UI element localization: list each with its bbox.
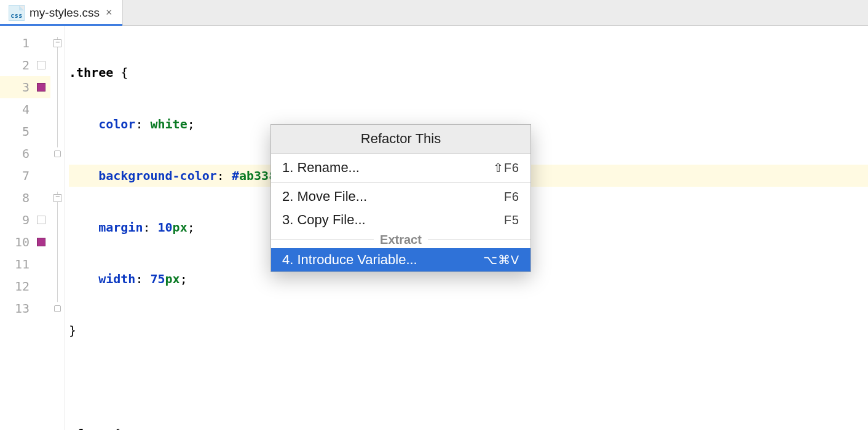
tab-bar: css my-styles.css ×: [0, 0, 868, 26]
editor-tab[interactable]: css my-styles.css ×: [0, 0, 123, 25]
fold-toggle-icon[interactable]: [53, 39, 61, 47]
css-file-icon-text: css: [10, 12, 23, 20]
gutter-line-number: 11: [15, 253, 30, 275]
color-swatch-icon[interactable]: [37, 83, 45, 92]
code-line: .four {: [69, 423, 868, 430]
gutter-line-number: 6: [15, 143, 30, 165]
popup-item-label: 1. Rename...: [282, 160, 360, 176]
gutter-line-number: 5: [15, 120, 30, 143]
color-swatch-icon[interactable]: [37, 238, 45, 246]
gutter-line-number: 8: [15, 187, 30, 209]
code-line: }: [69, 319, 868, 342]
gutter-line-number: 10: [15, 231, 30, 253]
popup-item-label: 2. Move File...: [282, 189, 367, 205]
popup-section-separator: Extract: [271, 232, 531, 248]
popup-item-introduce-variable[interactable]: 4. Introduce Variable... ⌥⌘V: [271, 248, 531, 272]
popup-item-shortcut: F6: [504, 190, 519, 204]
fold-strip: [50, 26, 65, 430]
popup-item-shortcut: F5: [504, 213, 519, 227]
gutter-line-number: 7: [15, 165, 30, 187]
popup-item-move-file[interactable]: 2. Move File... F6: [271, 185, 531, 208]
popup-item-copy-file[interactable]: 3. Copy File... F5: [271, 208, 531, 232]
color-swatch-icon[interactable]: [37, 216, 45, 224]
gutter: 1 2 3 4 5 6 7 8 9 10 11 12 13: [0, 26, 50, 430]
gutter-line-number: 9: [15, 209, 30, 231]
tab-filename: my-styles.css: [30, 6, 100, 20]
gutter-line-number: 13: [15, 297, 30, 319]
fold-toggle-icon[interactable]: [53, 194, 61, 202]
editor: 1 2 3 4 5 6 7 8 9 10 11 12 13 .three { c…: [0, 26, 868, 430]
popup-item-label: 4. Introduce Variable...: [282, 252, 417, 268]
gutter-line-number: 2: [15, 54, 30, 76]
code-line: [69, 371, 868, 393]
fold-end-icon: [54, 150, 61, 157]
color-swatch-icon[interactable]: [37, 61, 45, 69]
gutter-line-number: 4: [15, 98, 30, 120]
popup-item-rename[interactable]: 1. Rename... ⇧F6: [271, 154, 531, 179]
popup-section-label: Extract: [380, 233, 422, 247]
css-file-icon: css: [9, 5, 25, 21]
gutter-line-number: 12: [15, 275, 30, 297]
popup-title: Refactor This: [271, 125, 531, 154]
code-line: .three {: [69, 61, 868, 84]
gutter-line-number: 3: [15, 76, 30, 98]
popup-item-shortcut: ⇧F6: [493, 160, 519, 175]
popup-item-shortcut: ⌥⌘V: [483, 252, 519, 267]
popup-item-label: 3. Copy File...: [282, 212, 366, 228]
fold-end-icon: [54, 305, 61, 312]
gutter-line-number: 1: [15, 32, 30, 54]
tab-close-icon[interactable]: ×: [105, 6, 114, 19]
refactor-popup: Refactor This 1. Rename... ⇧F6 2. Move F…: [270, 124, 531, 272]
separator: [271, 182, 531, 182]
